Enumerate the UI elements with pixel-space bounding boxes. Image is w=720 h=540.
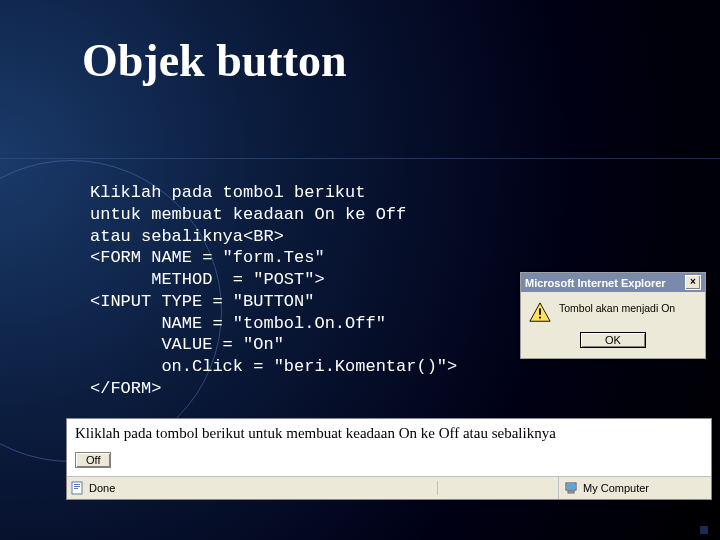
code-block: Kliklah pada tombol berikut untuk membua… bbox=[90, 182, 457, 400]
svg-rect-2 bbox=[539, 317, 541, 319]
dialog-title-text: Microsoft Internet Explorer bbox=[525, 277, 666, 289]
status-bar: Done My Computer bbox=[67, 476, 711, 499]
computer-icon bbox=[565, 481, 579, 495]
page-icon bbox=[71, 481, 85, 495]
toggle-button[interactable]: Off bbox=[75, 452, 111, 468]
svg-rect-5 bbox=[74, 486, 80, 487]
browser-body-text: Kliklah pada tombol berikut untuk membua… bbox=[67, 419, 711, 450]
svg-rect-6 bbox=[74, 488, 78, 489]
ok-button[interactable]: OK bbox=[580, 332, 646, 348]
alert-dialog: Microsoft Internet Explorer × Tombol aka… bbox=[520, 272, 706, 359]
dialog-message: Tombol akan menjadi On bbox=[559, 302, 697, 314]
svg-rect-8 bbox=[567, 484, 575, 489]
browser-preview: Kliklah pada tombol berikut untuk membua… bbox=[66, 418, 712, 500]
slide-title: Objek button bbox=[82, 34, 347, 87]
slide-marker bbox=[700, 526, 708, 534]
svg-rect-1 bbox=[539, 308, 541, 314]
close-icon[interactable]: × bbox=[685, 275, 701, 290]
svg-rect-9 bbox=[568, 491, 574, 493]
status-zone-text: My Computer bbox=[583, 482, 649, 494]
status-done-text: Done bbox=[89, 482, 115, 494]
warning-icon bbox=[529, 302, 551, 322]
svg-rect-4 bbox=[74, 484, 80, 485]
